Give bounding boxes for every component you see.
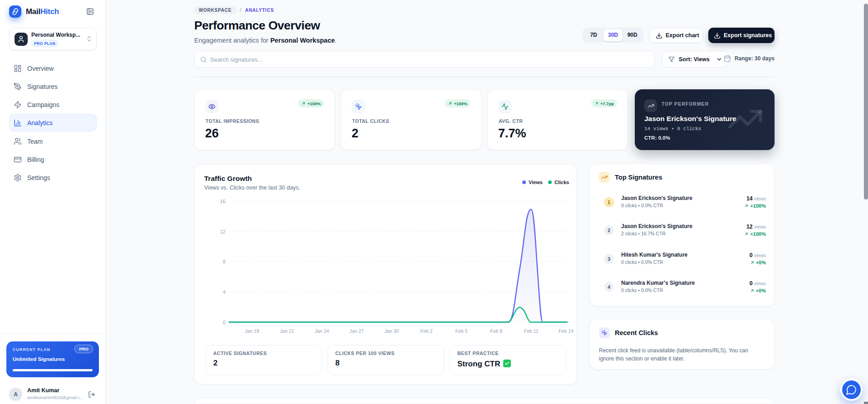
svg-text:0: 0: [223, 320, 226, 325]
svg-text:Jan 30: Jan 30: [384, 328, 399, 334]
svg-text:12: 12: [220, 229, 226, 234]
svg-text:Feb 11: Feb 11: [524, 328, 539, 334]
svg-text:Jan 21: Jan 21: [280, 328, 294, 334]
svg-text:4: 4: [223, 289, 226, 295]
svg-text:8: 8: [223, 259, 226, 264]
svg-text:Jan 18: Jan 18: [245, 328, 260, 334]
svg-text:Feb 14: Feb 14: [559, 328, 574, 334]
svg-text:Feb 5: Feb 5: [455, 328, 467, 334]
svg-text:Feb 2: Feb 2: [421, 328, 433, 334]
svg-text:Jan 27: Jan 27: [349, 328, 364, 334]
svg-text:16: 16: [220, 199, 226, 204]
svg-text:Feb 8: Feb 8: [490, 328, 502, 334]
svg-text:Jan 24: Jan 24: [315, 328, 329, 334]
